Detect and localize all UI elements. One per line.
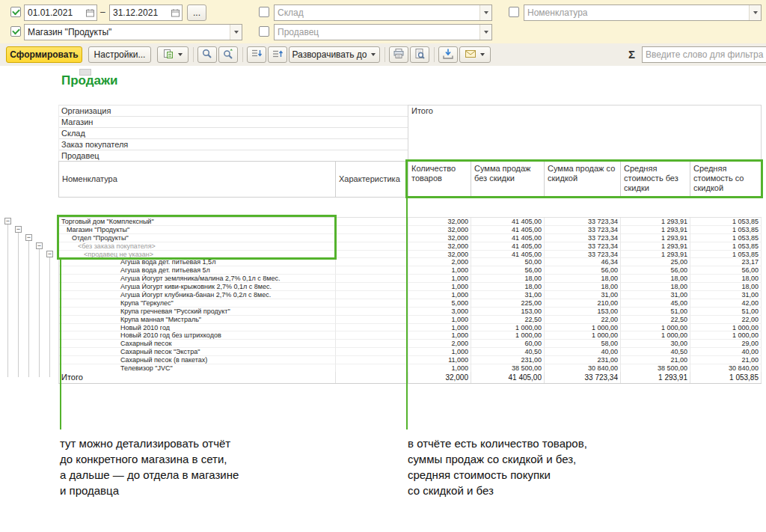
- column-header[interactable]: Сумма продаж со скидкой: [545, 162, 621, 197]
- tree-collapse-box[interactable]: −: [25, 234, 32, 241]
- print-preview-button[interactable]: [410, 46, 429, 63]
- table-row[interactable]: Агуша Йогурт клубника-банан 2,7% 0,2л с …: [59, 291, 762, 299]
- table-row[interactable]: Агуша Йогурт земляника/малина 2,7% 0,1л …: [59, 275, 762, 283]
- report-variant-button[interactable]: [157, 46, 189, 63]
- period-more-button[interactable]: ...: [187, 4, 206, 21]
- dimension-row[interactable]: Продавец: [59, 150, 408, 162]
- dimension-row[interactable]: Заказ покупателя: [59, 139, 408, 150]
- dimension-row[interactable]: Магазин: [59, 117, 408, 128]
- report-toolbar: Сформировать Настройки... Разворачивать …: [0, 43, 766, 67]
- table-row[interactable]: <продавец не указан>32,00041 405,0033 72…: [59, 251, 762, 259]
- report-header-row: Номенклатура Характеристика Количество т…: [58, 161, 762, 198]
- total-value-cell: 1 053,85: [690, 372, 762, 383]
- expand-groups-button[interactable]: [268, 46, 287, 63]
- calendar-icon[interactable]: [83, 5, 96, 20]
- table-row[interactable]: Торговый дом "Комплексный"32,00041 405,0…: [59, 218, 762, 226]
- date-to-field[interactable]: [109, 4, 183, 21]
- row-characteristic-cell: [336, 283, 408, 291]
- table-row[interactable]: Агуша вода дет. питьевая 5л1,00056,0056,…: [59, 266, 762, 275]
- nomenclature-combo[interactable]: [524, 4, 762, 21]
- date-to-input[interactable]: [110, 7, 168, 18]
- column-header[interactable]: Средняя стоимость без скидки: [621, 162, 690, 197]
- table-row[interactable]: Сахарный песок "Экстра"1,00040,5040,0040…: [59, 348, 762, 356]
- store-input[interactable]: [25, 27, 230, 37]
- quick-filter-field[interactable]: [642, 46, 766, 63]
- table-row[interactable]: Магазин "Продукты"32,00041 405,0033 723,…: [59, 226, 762, 234]
- row-characteristic-cell: [336, 226, 408, 234]
- collapse-groups-button[interactable]: [247, 46, 266, 63]
- annotation-note-left: тут можно детализировать отчёт до конкре…: [60, 435, 239, 498]
- seller-checkbox[interactable]: [259, 26, 269, 37]
- expand-to-button[interactable]: Разворачивать до: [289, 46, 380, 63]
- table-row[interactable]: Сахарный песок (в пакетах)11,000231,0023…: [59, 356, 762, 364]
- table-row[interactable]: <без заказа покупателя>32,00041 405,0033…: [59, 242, 762, 251]
- column-header[interactable]: Номенклатура: [59, 162, 336, 197]
- row-characteristic-cell: [336, 299, 408, 308]
- store-checkbox[interactable]: [10, 26, 21, 37]
- toolbar-separator: [242, 47, 243, 62]
- grand-total-row[interactable]: Итого 32,000 41 405,00 33 723,34 1 293,9…: [58, 372, 762, 384]
- row-value-cell: 225,00: [471, 299, 545, 308]
- tree-collapse-box[interactable]: −: [36, 242, 43, 249]
- warehouse-input[interactable]: [275, 7, 479, 18]
- warehouse-combo[interactable]: [274, 4, 492, 21]
- row-characteristic-cell: [336, 340, 408, 348]
- column-header[interactable]: Сумма продаж без скидки: [471, 162, 545, 197]
- row-value-cell: 31,00: [621, 291, 690, 299]
- column-header[interactable]: Характеристика: [336, 162, 408, 197]
- seller-input[interactable]: [275, 27, 479, 37]
- store-combo[interactable]: [24, 24, 242, 40]
- send-mail-button[interactable]: [459, 46, 491, 63]
- row-value-cell: 41 405,00: [471, 251, 545, 259]
- column-header[interactable]: Средняя стоимость со скидкой: [690, 162, 762, 197]
- table-row[interactable]: Отдел "Продукты"32,00041 405,0033 723,34…: [59, 234, 762, 242]
- autosum-button[interactable]: Σ: [628, 48, 635, 61]
- print-button[interactable]: [389, 46, 408, 63]
- row-value-cell: 30,00: [621, 340, 690, 348]
- find-next-button[interactable]: [218, 46, 238, 63]
- totals-header-cell[interactable]: Итого: [408, 105, 762, 161]
- row-value-cell: 46,34: [545, 258, 621, 266]
- row-label: <без заказа покупателя>: [59, 242, 336, 251]
- nomenclature-checkbox[interactable]: [509, 7, 519, 17]
- row-value-cell: 3,000: [408, 308, 471, 316]
- quick-filter-input[interactable]: [643, 49, 766, 60]
- row-value-cell: 1,000: [408, 324, 471, 332]
- warehouse-checkbox[interactable]: [259, 7, 269, 17]
- table-row[interactable]: Крупа "Геркулес"5,000225,00210,0045,0042…: [59, 299, 762, 308]
- find-button[interactable]: [197, 46, 217, 63]
- tree-collapse-box[interactable]: −: [46, 251, 53, 257]
- tree-collapse-box[interactable]: −: [15, 226, 22, 233]
- dimension-row[interactable]: Организация: [59, 106, 408, 117]
- row-value-cell: 50,00: [471, 258, 545, 266]
- table-row[interactable]: Сахарный песок2,00060,0058,0030,0029,00: [59, 340, 762, 348]
- settings-button[interactable]: Настройки...: [88, 46, 151, 63]
- date-from-input[interactable]: [25, 7, 83, 18]
- table-row[interactable]: Новый 2010 год без штрихкодов1,0001 000,…: [59, 331, 762, 340]
- table-row[interactable]: Крупа манная "Мистраль"1,00022,5022,0022…: [59, 316, 762, 324]
- date-from-field[interactable]: [24, 4, 97, 21]
- calendar-icon[interactable]: [168, 5, 182, 20]
- row-characteristic-cell: [336, 291, 408, 299]
- tree-collapse-box[interactable]: −: [4, 218, 11, 224]
- chevron-down-icon[interactable]: [749, 5, 761, 20]
- chevron-down-icon[interactable]: [230, 25, 242, 40]
- table-row[interactable]: Агуша вода дет. питьевая 1,5л2,00050,004…: [59, 258, 762, 266]
- nomenclature-input[interactable]: [524, 7, 749, 18]
- row-value-cell: 18,00: [471, 275, 545, 283]
- report-area: Продажи Организация Магазин Склад Заказ …: [0, 66, 766, 532]
- table-row[interactable]: Крупа гречневая "Русский продукт"3,00015…: [59, 308, 762, 316]
- column-header[interactable]: Количество товаров: [408, 162, 471, 197]
- chevron-down-icon[interactable]: [479, 5, 491, 20]
- period-checkbox[interactable]: [10, 7, 21, 17]
- save-button[interactable]: [438, 46, 458, 63]
- chevron-down-icon[interactable]: [479, 25, 491, 40]
- seller-combo[interactable]: [274, 24, 492, 40]
- table-row[interactable]: Агуша Йогурт киви-крыжовник 2,7% 0,1л с …: [59, 283, 762, 291]
- dimension-row[interactable]: Склад: [59, 128, 408, 139]
- row-label: Отдел "Продукты": [59, 234, 336, 242]
- chevron-down-icon: [479, 53, 486, 56]
- generate-button[interactable]: Сформировать: [6, 46, 82, 63]
- table-row[interactable]: Новый 2010 год1,0001 000,001 000,001 000…: [59, 324, 762, 332]
- row-value-cell: 231,00: [545, 356, 621, 364]
